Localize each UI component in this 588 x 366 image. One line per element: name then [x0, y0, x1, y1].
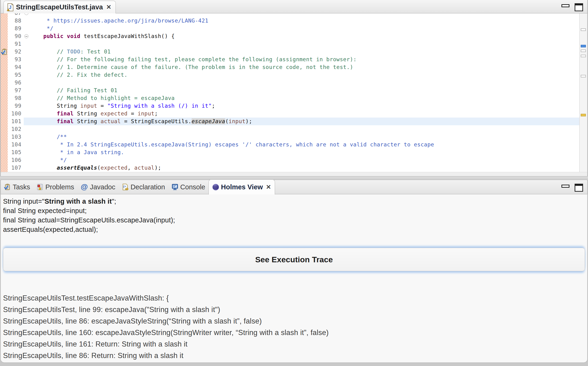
overview-ruler[interactable]: [579, 13, 587, 172]
code-text[interactable]: /**: [30, 133, 579, 141]
ruler-marker-blue[interactable]: [581, 45, 586, 47]
code-text[interactable]: [30, 125, 579, 133]
code-line[interactable]: 103 /**: [8, 133, 579, 141]
code-text[interactable]: String input = "String with a slash (/) …: [30, 102, 579, 110]
fold-column[interactable]: [24, 118, 30, 125]
fold-column[interactable]: [24, 56, 30, 63]
line-number[interactable]: 105: [8, 149, 24, 156]
tab-problems[interactable]: Problems: [33, 180, 78, 194]
collapse-icon[interactable]: [24, 34, 28, 38]
code-text[interactable]: [30, 79, 579, 87]
code-text[interactable]: // 1. Determine cause of the failure. (T…: [30, 63, 579, 71]
line-number[interactable]: 102: [8, 125, 24, 133]
line-number[interactable]: 101: [8, 118, 24, 125]
see-execution-trace-button[interactable]: See Execution Trace: [3, 248, 585, 271]
code-text[interactable]: assertEquals(expected, actual);: [30, 164, 579, 172]
code-line[interactable]: 97 // Failing Test 01: [8, 87, 579, 94]
code-line[interactable]: 93 // For the following failing test, pl…: [8, 56, 579, 63]
minimize-icon[interactable]: [561, 4, 569, 7]
code-text[interactable]: final String actual = StringEscapeUtils.…: [30, 118, 579, 125]
minimize-icon[interactable]: [561, 185, 569, 188]
code-line[interactable]: 92 // TODO: Test 01: [8, 48, 579, 56]
sash-divider[interactable]: [0, 176, 588, 180]
code-text[interactable]: * https://issues.apache.org/jira/browse/…: [30, 17, 579, 25]
collapse-icon[interactable]: [24, 13, 28, 15]
tab-tasks[interactable]: Tasks: [1, 180, 33, 194]
code-text[interactable]: final String expected = input;: [30, 110, 579, 118]
editor-tab-close-icon[interactable]: ✕: [106, 4, 111, 11]
line-number[interactable]: 87: [8, 13, 24, 17]
line-number[interactable]: 90: [8, 32, 24, 40]
code-text[interactable]: // TODO: Test 01: [30, 48, 579, 56]
code-text[interactable]: // Method to highlight = escapeJava: [30, 94, 579, 102]
code-line[interactable]: 106 */: [8, 156, 579, 164]
annotation-gutter[interactable]: [1, 13, 8, 172]
code-text[interactable]: */: [30, 156, 579, 164]
fold-column[interactable]: [24, 17, 30, 25]
fold-column[interactable]: [24, 164, 30, 172]
code-text[interactable]: * in a Java string.: [30, 149, 579, 156]
ruler-marker-yellow[interactable]: [581, 114, 586, 116]
tab-holmes-view[interactable]: Holmes View✕: [209, 179, 275, 194]
tab-javadoc[interactable]: @Javadoc: [78, 180, 118, 194]
code-text[interactable]: // For the following failing test, pleas…: [30, 56, 579, 63]
code-line[interactable]: 100 final String expected = input;: [8, 110, 579, 118]
fold-column[interactable]: [24, 133, 30, 141]
fold-column[interactable]: [24, 149, 30, 156]
maximize-icon[interactable]: [575, 184, 583, 192]
line-number[interactable]: 95: [8, 71, 24, 79]
fold-column[interactable]: [24, 110, 30, 118]
tab-close-icon[interactable]: ✕: [266, 183, 271, 191]
task-marker-icon[interactable]: [1, 49, 8, 55]
code-text[interactable]: [30, 40, 579, 48]
line-number[interactable]: 97: [8, 87, 24, 94]
code-text[interactable]: */: [30, 25, 579, 32]
fold-column[interactable]: [24, 102, 30, 110]
code-line[interactable]: 91: [8, 40, 579, 48]
code-line[interactable]: 95 // 2. Fix the defect.: [8, 71, 579, 79]
fold-column[interactable]: [24, 156, 30, 164]
code-text[interactable]: *: [30, 13, 579, 17]
line-number[interactable]: 92: [8, 48, 24, 56]
ruler-marker-gray[interactable]: [581, 75, 586, 77]
line-number[interactable]: 88: [8, 17, 24, 25]
line-number[interactable]: 98: [8, 94, 24, 102]
line-number[interactable]: 100: [8, 110, 24, 118]
line-number[interactable]: 89: [8, 25, 24, 32]
line-number[interactable]: 91: [8, 40, 24, 48]
code-text[interactable]: public void testEscapeJavaWithSlash() {: [30, 32, 579, 40]
ruler-marker-gray[interactable]: [581, 50, 586, 52]
fold-column[interactable]: [24, 63, 30, 71]
line-number[interactable]: 99: [8, 102, 24, 110]
editor-tab-stringescapeutilstest[interactable]: J ! StringEscapeUtilsTest.java ✕: [4, 1, 116, 13]
ruler-marker-gray[interactable]: [581, 55, 586, 57]
maximize-icon[interactable]: [575, 3, 583, 11]
fold-column[interactable]: [24, 125, 30, 133]
code-text[interactable]: // 2. Fix the defect.: [30, 71, 579, 79]
code-lines[interactable]: 87 *88 * https://issues.apache.org/jira/…: [8, 13, 579, 172]
code-text[interactable]: * In 2.4 StringEscapeUtils.escapeJava(St…: [30, 141, 579, 149]
code-line[interactable]: 90 public void testEscapeJavaWithSlash()…: [8, 32, 579, 40]
code-line[interactable]: 104 * In 2.4 StringEscapeUtils.escapeJav…: [8, 141, 579, 149]
fold-column[interactable]: [24, 48, 30, 56]
line-number[interactable]: 104: [8, 141, 24, 149]
fold-column[interactable]: [24, 94, 30, 102]
line-number[interactable]: 96: [8, 79, 24, 87]
line-number[interactable]: 106: [8, 156, 24, 164]
fold-column[interactable]: [24, 87, 30, 94]
code-line[interactable]: 88 * https://issues.apache.org/jira/brow…: [8, 17, 579, 25]
code-line[interactable]: 99 String input = "String with a slash (…: [8, 102, 579, 110]
fold-column[interactable]: [24, 32, 30, 40]
code-line[interactable]: 102: [8, 125, 579, 133]
fold-column[interactable]: [24, 141, 30, 149]
tab-console[interactable]: Console: [168, 180, 209, 194]
code-line[interactable]: 101 final String actual = StringEscapeUt…: [8, 118, 579, 125]
code-line[interactable]: 96: [8, 79, 579, 87]
line-number[interactable]: 94: [8, 63, 24, 71]
tab-declaration[interactable]: {≡Declaration: [118, 180, 168, 194]
ruler-marker-gray[interactable]: [581, 28, 586, 31]
fold-column[interactable]: [24, 25, 30, 32]
code-line[interactable]: 89 */: [8, 25, 579, 32]
fold-column[interactable]: [24, 79, 30, 87]
code-line[interactable]: 94 // 1. Determine cause of the failure.…: [8, 63, 579, 71]
